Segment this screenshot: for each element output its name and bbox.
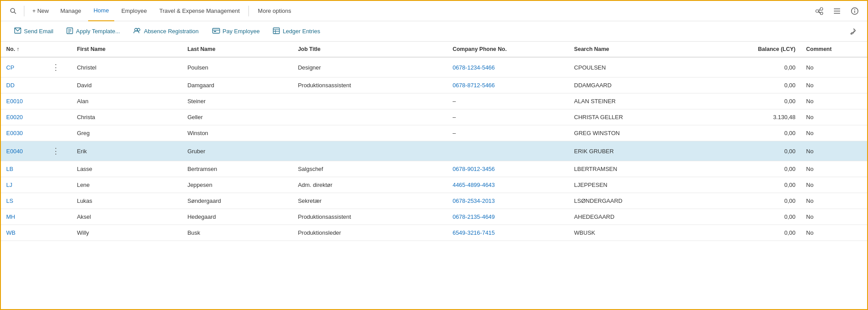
employee-no[interactable]: DD bbox=[6, 82, 15, 89]
employee-phone[interactable]: 0678-2534-2013 bbox=[447, 193, 569, 209]
employee-phone[interactable]: 6549-3216-7415 bbox=[447, 225, 569, 241]
employee-comment: No bbox=[801, 93, 867, 109]
employee-searchname: LBERTRAMSEN bbox=[569, 161, 712, 177]
employee-searchname: CHRISTA GELLER bbox=[569, 109, 712, 125]
employee-no[interactable]: WB bbox=[6, 229, 16, 236]
employee-firstname: Willy bbox=[72, 225, 182, 241]
apply-template-icon bbox=[66, 27, 73, 35]
employee-lastname: Damgaard bbox=[182, 78, 292, 93]
col-header-firstname[interactable]: First Name bbox=[72, 42, 182, 57]
send-email-button[interactable]: Send Email bbox=[8, 23, 59, 40]
svg-point-0 bbox=[11, 8, 15, 12]
apply-template-button[interactable]: Apply Template... bbox=[60, 23, 126, 40]
search-icon[interactable] bbox=[6, 4, 20, 18]
col-header-balance[interactable]: Balance (LCY) bbox=[713, 42, 801, 57]
col-header-no[interactable]: No. ↑ bbox=[1, 42, 45, 57]
employee-no[interactable]: LJ bbox=[6, 182, 12, 188]
table-row[interactable]: CP⋮ChristelPoulsenDesigner0678-1234-5466… bbox=[1, 57, 867, 78]
col-header-jobtitle[interactable]: Job Title bbox=[293, 42, 447, 57]
table-row[interactable]: LJLeneJeppesenAdm. direktør4465-4899-464… bbox=[1, 177, 867, 193]
nav-divider-1 bbox=[24, 6, 24, 16]
employee-lastname: Geller bbox=[182, 109, 292, 125]
table-row[interactable]: E0030Greg Winston–GREG WINSTON0,00No bbox=[1, 125, 867, 141]
employee-searchname: GREG WINSTON bbox=[569, 125, 712, 141]
row-context-menu-button[interactable]: ⋮ bbox=[50, 62, 61, 73]
row-context-menu-button[interactable]: ⋮ bbox=[50, 146, 61, 156]
svg-point-7 bbox=[854, 9, 855, 10]
employee-lastname: Søndergaard bbox=[182, 193, 292, 209]
employee-no[interactable]: LS bbox=[6, 198, 13, 204]
employee-no[interactable]: E0040 bbox=[6, 148, 23, 155]
table-row[interactable]: DDDavidDamgaardProduktionsassistent0678-… bbox=[1, 78, 867, 93]
employee-phone[interactable]: 0678-9012-3456 bbox=[447, 161, 569, 177]
employee-searchname: WBUSK bbox=[569, 225, 712, 241]
employee-phone[interactable] bbox=[447, 141, 569, 161]
send-email-icon bbox=[14, 27, 21, 35]
employee-no[interactable]: E0030 bbox=[6, 130, 23, 136]
employee-phone[interactable]: 0678-2135-4649 bbox=[447, 209, 569, 225]
employee-no[interactable]: LB bbox=[6, 166, 13, 172]
nav-item-home[interactable]: Home bbox=[88, 1, 114, 21]
pay-employee-button[interactable]: Pay Employee bbox=[206, 23, 266, 40]
employee-lastname: Winston bbox=[182, 125, 292, 141]
toolbar: Send Email Apply Template... Absence Reg… bbox=[1, 21, 867, 42]
apply-template-label: Apply Template... bbox=[76, 28, 120, 35]
employee-phone[interactable]: 0678-8712-5466 bbox=[447, 78, 569, 93]
table-row[interactable]: E0040⋮ErikGruberERIK GRUBER0,00No bbox=[1, 141, 867, 161]
employee-comment: No bbox=[801, 125, 867, 141]
nav-right-actions bbox=[812, 4, 862, 18]
employee-balance: 0,00 bbox=[713, 209, 801, 225]
employee-comment: No bbox=[801, 78, 867, 93]
employee-searchname: ERIK GRUBER bbox=[569, 141, 712, 161]
table-row[interactable]: E0010AlanSteiner–ALAN STEINER0,00No bbox=[1, 93, 867, 109]
send-email-label: Send Email bbox=[24, 28, 53, 35]
employee-searchname: CPOULSEN bbox=[569, 57, 712, 78]
employee-jobtitle: Produktionsassistent bbox=[293, 78, 447, 93]
ledger-entries-icon bbox=[273, 27, 280, 35]
employee-no[interactable]: CP bbox=[6, 64, 14, 71]
employee-phone[interactable]: 0678-1234-5466 bbox=[447, 57, 569, 78]
employee-no[interactable]: MH bbox=[6, 213, 15, 220]
employee-phone[interactable]: – bbox=[447, 125, 569, 141]
employee-lastname: Steiner bbox=[182, 93, 292, 109]
absence-registration-button[interactable]: Absence Registration bbox=[127, 23, 205, 40]
col-header-searchname[interactable]: Search Name bbox=[569, 42, 712, 57]
employee-no[interactable]: E0020 bbox=[6, 114, 23, 120]
employee-phone[interactable]: – bbox=[447, 93, 569, 109]
employee-lastname: Jeppesen bbox=[182, 177, 292, 193]
svg-line-1 bbox=[14, 12, 16, 14]
table-header-row: No. ↑ First Name Last Name Job Title Com… bbox=[1, 42, 867, 57]
employee-lastname: Poulsen bbox=[182, 57, 292, 78]
nav-item-travel[interactable]: Travel & Expense Management bbox=[154, 1, 245, 21]
employee-phone[interactable]: – bbox=[447, 109, 569, 125]
employee-searchname: LJEPPESEN bbox=[569, 177, 712, 193]
pin-toolbar-button[interactable] bbox=[846, 24, 860, 39]
table-row[interactable]: MHAkselHedegaardProduktionsassistent0678… bbox=[1, 209, 867, 225]
ledger-entries-label: Ledger Entries bbox=[283, 28, 320, 35]
nav-divider-2 bbox=[248, 6, 249, 16]
employee-firstname: Aksel bbox=[72, 209, 182, 225]
col-header-phone[interactable]: Company Phone No. bbox=[447, 42, 569, 57]
share-icon[interactable] bbox=[812, 4, 826, 18]
employee-jobtitle: Adm. direktør bbox=[293, 177, 447, 193]
table-row[interactable]: WBWillyBuskProduktionsleder6549-3216-741… bbox=[1, 225, 867, 241]
nav-item-manage[interactable]: Manage bbox=[55, 1, 86, 21]
employee-searchname: ALAN STEINER bbox=[569, 93, 712, 109]
nav-item-employee[interactable]: Employee bbox=[116, 1, 152, 21]
new-button[interactable]: + New bbox=[28, 6, 53, 16]
col-header-lastname[interactable]: Last Name bbox=[182, 42, 292, 57]
table-row[interactable]: LBLasseBertramsenSalgschef0678-9012-3456… bbox=[1, 161, 867, 177]
info-icon[interactable] bbox=[848, 4, 862, 18]
employee-firstname: Christel bbox=[72, 57, 182, 78]
table-row[interactable]: E0020ChristaGeller–CHRISTA GELLER3.130,4… bbox=[1, 109, 867, 125]
more-options-button[interactable]: More options bbox=[252, 6, 296, 16]
employee-no[interactable]: E0010 bbox=[6, 98, 23, 105]
employee-phone[interactable]: 4465-4899-4643 bbox=[447, 177, 569, 193]
employee-table: No. ↑ First Name Last Name Job Title Com… bbox=[1, 42, 867, 241]
employee-comment: No bbox=[801, 57, 867, 78]
ledger-entries-button[interactable]: Ledger Entries bbox=[267, 23, 326, 40]
col-header-comment[interactable]: Comment bbox=[801, 42, 867, 57]
table-row[interactable]: LSLukasSøndergaardSekretær0678-2534-2013… bbox=[1, 193, 867, 209]
employee-balance: 3.130,48 bbox=[713, 109, 801, 125]
list-icon[interactable] bbox=[830, 4, 844, 18]
